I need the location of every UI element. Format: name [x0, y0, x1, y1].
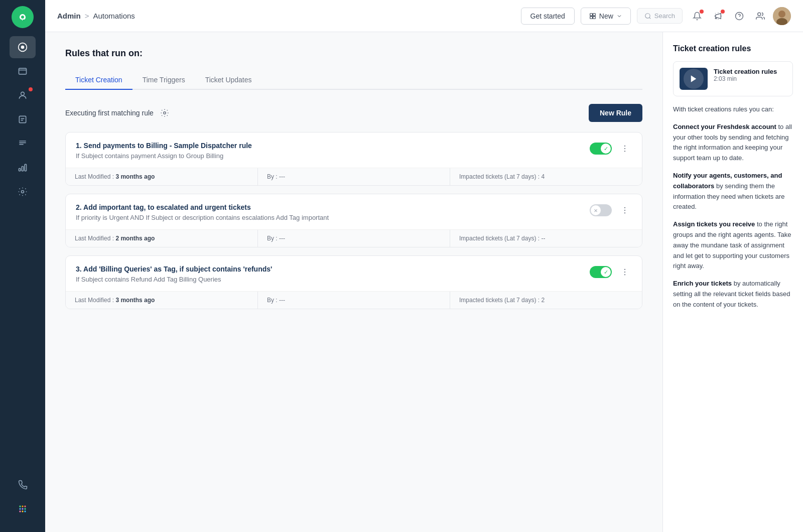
sidebar-item-dashboard[interactable] [10, 36, 36, 58]
breadcrumb: Admin > Automations [57, 12, 135, 20]
right-panel: Ticket creation rules Ticket creation ru… [662, 32, 803, 532]
rule-more-button[interactable] [618, 203, 632, 217]
help-icon [735, 12, 744, 21]
gear-settings-button[interactable] [158, 106, 172, 120]
video-thumbnail[interactable] [680, 68, 708, 90]
sidebar-item-analytics[interactable] [10, 157, 36, 179]
svg-point-32 [624, 148, 625, 149]
notifications-button[interactable] [689, 8, 706, 25]
svg-rect-23 [593, 16, 595, 19]
svg-point-31 [624, 146, 625, 147]
rule-card: 2. Add important tag, to escalated and u… [65, 194, 642, 247]
panel-title: Ticket creation rules [673, 44, 793, 53]
sidebar-item-reports[interactable] [10, 108, 36, 130]
sidebar-item-apps[interactable] [10, 498, 36, 520]
rule-description: If Subject contains payment Assign to Gr… [76, 152, 590, 160]
svg-point-33 [624, 151, 625, 152]
tab-ticket-updates[interactable]: Ticket Updates [195, 71, 262, 90]
sidebar-item-settings[interactable] [10, 181, 36, 203]
team-icon [756, 12, 765, 21]
team-button[interactable] [752, 8, 769, 25]
topbar: Admin > Automations Get started New Sear… [45, 0, 803, 32]
left-navigation [0, 0, 45, 532]
svg-point-13 [24, 505, 26, 507]
svg-point-18 [22, 510, 23, 512]
svg-marker-40 [691, 75, 697, 82]
sidebar-item-tickets[interactable] [10, 60, 36, 82]
toggle-thumb [601, 267, 611, 277]
rule-toggle[interactable] [590, 143, 612, 155]
gear-icon [160, 108, 169, 117]
new-button[interactable]: New [581, 8, 631, 25]
rule-impacted: Impacted tickets (Lat 7 days) : 4 [450, 168, 642, 185]
svg-rect-21 [593, 13, 595, 16]
sidebar-item-contacts[interactable] [10, 84, 36, 106]
video-title: Ticket creation rules [714, 68, 777, 75]
rule-info: 2. Add important tag, to escalated and u… [76, 203, 590, 221]
new-rule-button[interactable]: New Rule [589, 104, 642, 122]
rule-footer: Last Modified : 3 months ago By : --- Im… [66, 291, 642, 309]
sidebar-item-phone[interactable] [10, 474, 36, 496]
main-content: Rules that run on: Ticket Creation Time … [45, 32, 662, 532]
svg-point-3 [21, 46, 25, 49]
breadcrumb-separator: > [85, 12, 89, 20]
panel-point: Notify your agents, customers, and colla… [673, 171, 793, 212]
play-button[interactable] [684, 69, 704, 89]
svg-point-17 [19, 510, 21, 512]
user-avatar[interactable] [773, 7, 791, 25]
panel-intro: With ticket creations rules you can: [673, 104, 793, 115]
sidebar-item-solutions[interactable] [10, 132, 36, 155]
breadcrumb-admin[interactable]: Admin [57, 12, 81, 20]
app-logo[interactable] [12, 6, 34, 28]
rule-impacted: Impacted tickets (Lat 7 days) : 2 [450, 292, 642, 309]
panel-point: Assign tickets you receive to the right … [673, 219, 793, 272]
rule-actions [590, 142, 632, 156]
page-title: Rules that run on: [65, 48, 642, 59]
rule-by: By : --- [258, 168, 450, 185]
rule-toggle[interactable] [590, 266, 612, 278]
rule-actions [590, 203, 632, 217]
chevron-down-icon [616, 13, 622, 19]
svg-point-37 [624, 269, 625, 270]
rule-footer: Last Modified : 2 months ago By : --- Im… [66, 229, 642, 247]
rule-more-button[interactable] [618, 142, 632, 156]
rule-info: 1. Send payments to Billing - Sample Dis… [76, 142, 590, 160]
rule-last-modified: Last Modified : 2 months ago [66, 230, 258, 247]
executing-text: Executing first matching rule [65, 109, 154, 117]
breadcrumb-current: Automations [93, 12, 135, 20]
svg-point-1 [21, 16, 24, 19]
svg-rect-4 [19, 68, 27, 74]
panel-points: Connect your Freshdesk account to all yo… [673, 122, 793, 310]
rule-last-modified: Last Modified : 3 months ago [66, 168, 258, 185]
svg-point-16 [24, 508, 26, 509]
svg-rect-8 [22, 167, 23, 171]
rule-description: If priority is Urgent AND If Subject or … [76, 214, 590, 221]
rule-title: 1. Send payments to Billing - Sample Dis… [76, 142, 590, 150]
tab-ticket-creation[interactable]: Ticket Creation [65, 71, 132, 90]
tab-time-triggers[interactable]: Time Triggers [132, 71, 195, 90]
svg-point-24 [645, 13, 650, 18]
get-started-button[interactable]: Get started [521, 8, 575, 25]
svg-rect-7 [19, 169, 21, 171]
executing-label: Executing first matching rule [65, 106, 172, 120]
rule-card: 1. Send payments to Billing - Sample Dis… [65, 132, 642, 186]
more-icon [620, 144, 629, 153]
svg-point-34 [624, 207, 625, 208]
rule-card: 3. Add 'Billing Queries' as Tag, if subj… [65, 255, 642, 309]
rule-toggle[interactable] [590, 204, 612, 216]
rule-footer: Last Modified : 3 months ago By : --- Im… [66, 168, 642, 185]
notification-badge [700, 10, 704, 14]
rule-info: 3. Add 'Billing Queries' as Tag, if subj… [76, 265, 590, 283]
svg-point-15 [22, 508, 23, 509]
svg-point-26 [758, 13, 761, 16]
svg-point-28 [778, 11, 785, 18]
rule-more-button[interactable] [618, 265, 632, 279]
help-button[interactable] [731, 8, 748, 25]
announcements-button[interactable] [710, 8, 727, 25]
svg-point-5 [21, 92, 25, 95]
video-card: Ticket creation rules 2:03 min [673, 61, 793, 96]
rule-impacted: Impacted tickets (Lat 7 days) : -- [450, 230, 642, 247]
search-box[interactable]: Search [637, 8, 683, 24]
svg-rect-9 [25, 164, 26, 171]
rule-main: 3. Add 'Billing Queries' as Tag, if subj… [66, 256, 642, 291]
